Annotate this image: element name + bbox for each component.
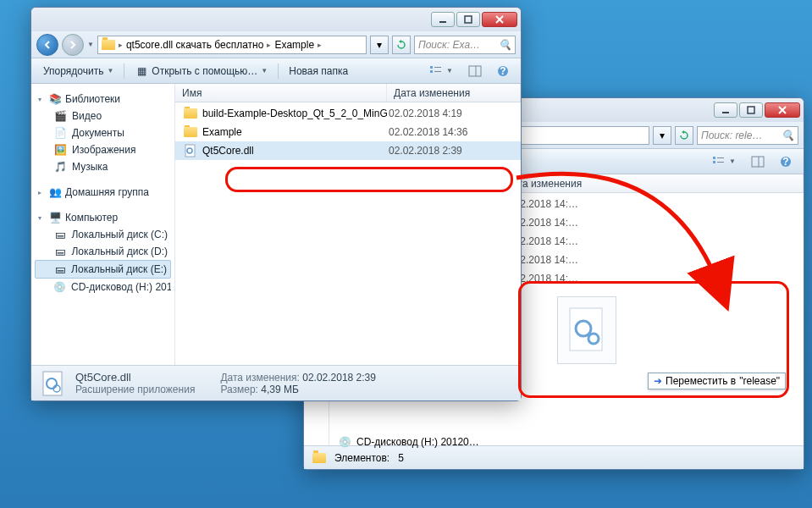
- back-button[interactable]: [36, 34, 58, 56]
- list-item-selected[interactable]: Qt5Core.dll 02.02.2018 2:39: [175, 141, 521, 160]
- separator: [278, 64, 279, 79]
- navigation-pane[interactable]: ▾📚Библиотеки 🎬Видео 📄Документы 🖼️Изображ…: [31, 84, 175, 365]
- minimize-button[interactable]: [431, 12, 455, 27]
- sidebar-item-cd[interactable]: 💿CD-дисковод (H:) 20120…: [35, 279, 171, 295]
- disk-icon: 🖴: [54, 262, 66, 276]
- close-button[interactable]: [765, 102, 800, 118]
- refresh-button[interactable]: [392, 36, 411, 54]
- content-area: ▾📚Библиотеки 🎬Видео 📄Документы 🖼️Изображ…: [31, 84, 521, 365]
- svg-rect-2: [713, 157, 715, 159]
- chevron-down-icon: ▼: [107, 67, 113, 75]
- open-with-button[interactable]: ▦Открыть с помощью…▼: [128, 62, 274, 80]
- folder-icon: [184, 107, 197, 120]
- status-bar: Qt5Core.dll Расширение приложения Дата и…: [31, 365, 521, 400]
- expand-icon[interactable]: ▾: [38, 214, 45, 222]
- column-headers[interactable]: Имя Дата изменения: [175, 84, 521, 102]
- chevron-down-icon: ▼: [729, 157, 736, 165]
- history-dropdown[interactable]: ▼: [87, 41, 94, 48]
- sidebar-item-disk-e[interactable]: 🖴Локальный диск (E:): [35, 260, 171, 279]
- sidebar-item-music[interactable]: 🎵Музыка: [35, 158, 171, 175]
- disk-icon: 🖴: [53, 245, 66, 258]
- status-filetype: Расширение приложения: [75, 384, 195, 395]
- status-filename: Qt5Core.dll: [75, 371, 195, 384]
- help-button[interactable]: ?: [490, 63, 516, 80]
- separator: [124, 64, 124, 79]
- svg-text:?: ?: [500, 65, 505, 77]
- svg-rect-12: [430, 66, 433, 69]
- svg-rect-15: [434, 71, 441, 72]
- expand-icon[interactable]: ▾: [38, 96, 45, 103]
- app-icon: ▦: [135, 64, 148, 78]
- address-bar: ▼ ▸ qt5core.dll скачать бесплатно ▸ Exam…: [31, 31, 521, 58]
- forward-button[interactable]: [62, 34, 84, 56]
- svg-rect-4: [717, 157, 724, 158]
- refresh-button[interactable]: [675, 126, 693, 145]
- computer-icon: 🖥️: [48, 211, 62, 224]
- svg-rect-11: [465, 16, 472, 23]
- disc-icon: 💿: [53, 280, 66, 294]
- chevron-down-icon: ▼: [261, 67, 268, 75]
- search-input[interactable]: Поиск: rele…🔍: [697, 126, 798, 145]
- svg-rect-16: [469, 66, 481, 76]
- chevron-right-icon[interactable]: ▸: [318, 41, 322, 49]
- new-folder-button[interactable]: Новая папка: [282, 63, 355, 80]
- svg-rect-3: [713, 161, 715, 163]
- preview-pane-button[interactable]: [744, 153, 771, 170]
- svg-rect-5: [717, 162, 724, 163]
- status-size-label: Размер:: [220, 384, 258, 395]
- svg-rect-6: [752, 157, 764, 167]
- dll-icon: [184, 144, 197, 157]
- status-size: 4,39 МБ: [261, 384, 299, 395]
- chevron-right-icon[interactable]: ▸: [267, 41, 271, 49]
- explorer-window-example[interactable]: ▼ ▸ qt5core.dll скачать бесплатно ▸ Exam…: [30, 7, 522, 401]
- sidebar-item-disk-c[interactable]: 🖴Локальный диск (C:): [35, 226, 171, 243]
- search-icon: 🔍: [499, 39, 511, 51]
- column-date[interactable]: Дата изменения: [499, 174, 804, 192]
- pictures-icon: 🖼️: [53, 143, 67, 157]
- search-input[interactable]: Поиск: Exa…🔍: [414, 36, 516, 54]
- documents-icon: 📄: [53, 126, 67, 140]
- sidebar-item-disk-d[interactable]: 🖴Локальный диск (D:): [35, 243, 171, 260]
- crumb-part[interactable]: Example: [274, 39, 314, 51]
- drop-tooltip: ➜ Переместить в "release": [648, 373, 786, 389]
- chevron-down-icon[interactable]: ▾: [370, 36, 389, 54]
- sidebar-item-cd[interactable]: 💿 CD-дисковод (H:) 20120…: [338, 435, 479, 449]
- status-date: 02.02.2018 2:39: [302, 372, 376, 384]
- sidebar-libraries[interactable]: ▾📚Библиотеки: [35, 91, 171, 108]
- status-count: 5: [398, 452, 404, 464]
- help-button[interactable]: ?: [773, 153, 798, 170]
- folder-icon: [102, 38, 115, 52]
- column-date[interactable]: Дата изменения: [387, 84, 521, 102]
- close-button[interactable]: [482, 12, 517, 27]
- status-count-label: Элементов:: [334, 452, 389, 464]
- file-list[interactable]: Имя Дата изменения build-Example-Desktop…: [175, 84, 521, 365]
- expand-icon[interactable]: ▸: [38, 189, 45, 196]
- sidebar-computer[interactable]: ▾🖥️Компьютер: [35, 209, 171, 226]
- breadcrumb[interactable]: ▸ qt5core.dll скачать бесплатно ▸ Exampl…: [97, 36, 367, 54]
- svg-rect-13: [430, 70, 433, 73]
- move-arrow-icon: ➜: [654, 375, 662, 387]
- video-icon: 🎬: [53, 109, 67, 123]
- list-item[interactable]: Example 02.02.2018 14:36: [175, 123, 521, 141]
- list-item[interactable]: build-Example-Desktop_Qt_5_2_0_MinG… 02.…: [175, 104, 521, 123]
- sidebar-homegroup[interactable]: ▸👥Домашняя группа: [35, 184, 171, 201]
- svg-text:?: ?: [782, 156, 788, 168]
- organize-button[interactable]: Упорядочить▼: [36, 63, 120, 80]
- minimize-button[interactable]: [714, 102, 737, 118]
- disk-icon: 🖴: [53, 228, 66, 241]
- chevron-right-icon[interactable]: ▸: [119, 41, 123, 49]
- view-options-button[interactable]: ▼: [705, 153, 743, 170]
- sidebar-item-pictures[interactable]: 🖼️Изображения: [35, 141, 171, 158]
- svg-rect-14: [434, 67, 441, 68]
- status-date-label: Дата изменения:: [220, 372, 300, 384]
- chevron-down-icon[interactable]: ▾: [653, 126, 671, 145]
- maximize-button[interactable]: [739, 102, 763, 118]
- titlebar[interactable]: [31, 8, 521, 31]
- crumb-part[interactable]: qt5core.dll скачать бесплатно: [126, 39, 264, 51]
- sidebar-item-video[interactable]: 🎬Видео: [35, 108, 171, 124]
- sidebar-item-documents[interactable]: 📄Документы: [35, 124, 171, 141]
- column-name[interactable]: Имя: [175, 84, 387, 102]
- preview-pane-button[interactable]: [461, 63, 489, 80]
- maximize-button[interactable]: [456, 12, 480, 27]
- view-options-button[interactable]: ▼: [423, 63, 460, 80]
